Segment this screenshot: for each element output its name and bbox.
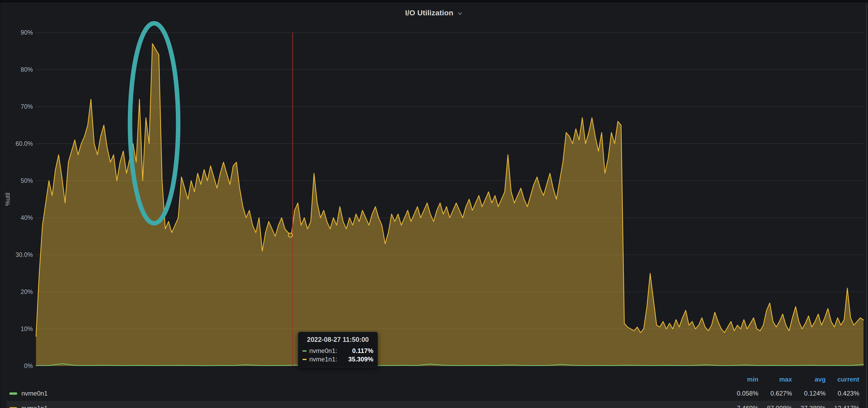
scrollbar[interactable] (866, 3, 867, 408)
stat-current: 0.423% (826, 390, 859, 397)
legend-header-row: min max avg current (7, 375, 859, 384)
y-tick-label: 90% (21, 29, 33, 36)
legend-header-max[interactable]: max (758, 376, 792, 383)
legend-header-min[interactable]: min (725, 376, 758, 383)
tooltip-row: nvme1n1: 35.309% (302, 355, 373, 364)
y-tick-label: 80% (21, 66, 33, 73)
legend-label-nvme1n1[interactable]: nvme1n1 (22, 405, 48, 408)
stat-current: 12.417% (826, 405, 859, 408)
series-swatch-nvme0n1 (302, 350, 307, 352)
tooltip-series-name: nvme0n1: (309, 347, 337, 354)
tooltip-row: nvme0n1: 0.117% (302, 347, 373, 355)
stat-min: 0.058% (725, 390, 758, 397)
stat-avg: 0.124% (792, 390, 826, 397)
legend-row-nvme0n1[interactable]: nvme0n1 0.058% 0.627% 0.124% 0.423% (7, 386, 859, 401)
y-tick-label: 20% (21, 288, 33, 295)
tooltip-timestamp: 2022-08-27 11:50:00 (302, 336, 373, 343)
y-tick-label: 30.0% (16, 251, 33, 258)
legend: min max avg current nvme0n1 0.058% 0.627… (7, 386, 859, 408)
graph-panel: I/O Utilization 0%10%20%30.0%40%50%60.0%… (1, 3, 867, 408)
page-background-strip (0, 0, 868, 3)
tooltip-series-value: 35.309% (348, 355, 373, 363)
legend-swatch-nvme1n1[interactable] (9, 407, 17, 408)
tooltip-series-name: nvme1n1: (309, 355, 337, 363)
legend-header-avg[interactable]: avg (792, 376, 826, 383)
timeseries-chart[interactable]: 0%10%20%30.0%40%50%60.0%70%80%90%%util (1, 3, 868, 408)
series-swatch-nvme1n1 (302, 359, 307, 360)
y-tick-label: 0% (24, 363, 33, 369)
y-tick-label: 60.0% (16, 140, 33, 147)
legend-row-nvme1n1[interactable]: nvme1n1 7.469% 87.008% 37.389% 12.417% (7, 401, 859, 408)
chart-tooltip: 2022-08-27 11:50:00 nvme0n1: 0.117% nvme… (298, 332, 378, 367)
legend-stats: 0.058% 0.627% 0.124% 0.423% (725, 390, 859, 397)
y-axis-title: %util (4, 193, 11, 206)
legend-swatch-nvme0n1[interactable] (9, 393, 17, 395)
stat-avg: 37.389% (792, 405, 826, 408)
hover-point-marker (288, 233, 292, 237)
legend-label-nvme0n1[interactable]: nvme0n1 (22, 390, 48, 397)
tooltip-series-value: 0.117% (352, 347, 373, 354)
y-tick-label: 70% (21, 103, 33, 110)
y-tick-label: 10% (21, 326, 33, 332)
stat-max: 87.008% (758, 405, 792, 408)
legend-stats: 7.469% 87.008% 37.389% 12.417% (725, 405, 859, 408)
y-tick-label: 40% (21, 214, 33, 221)
y-tick-label: 50% (21, 177, 33, 184)
stat-min: 7.469% (725, 405, 758, 408)
stat-max: 0.627% (758, 390, 792, 397)
legend-header-current[interactable]: current (826, 376, 859, 383)
